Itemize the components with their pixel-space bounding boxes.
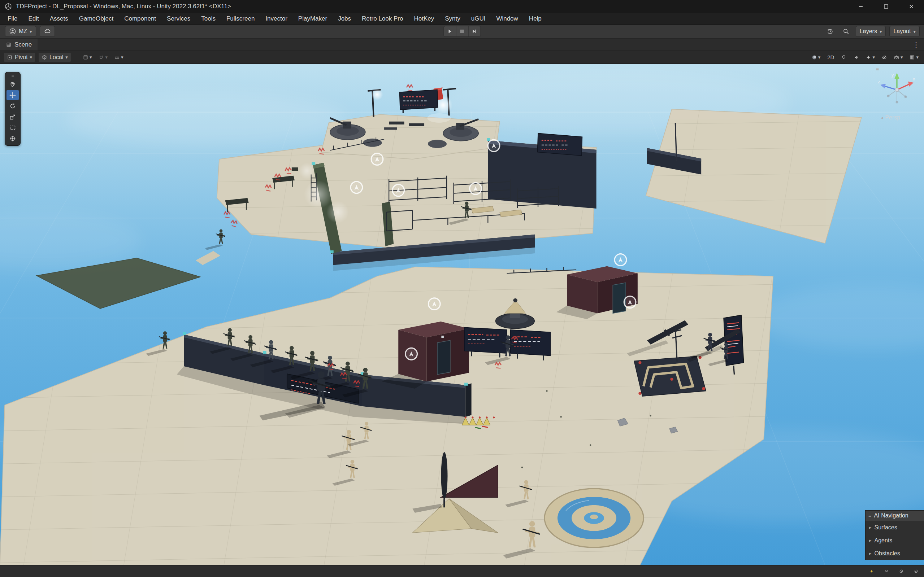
axis-y-label[interactable]: y [892, 72, 894, 77]
menu-item-invector[interactable]: Invector [260, 13, 292, 24]
grid-snap-toggle[interactable]: ▾ [81, 52, 94, 62]
scene-audio-toggle[interactable] [851, 52, 861, 62]
chevron-down-icon: ▾ [105, 55, 108, 60]
ai-nav-item-surfaces[interactable]: ▸ Surfaces [866, 521, 924, 534]
chevron-down-icon: ▾ [872, 55, 875, 60]
tools-overlay: ≡ [5, 72, 21, 146]
close-button[interactable] [899, 0, 924, 13]
scene-visibility-toggle[interactable] [880, 52, 889, 62]
menu-item-assets[interactable]: Assets [44, 13, 74, 24]
notification-button[interactable] [867, 566, 876, 577]
scene-tab-icon [6, 42, 11, 48]
menu-item-playmaker[interactable]: PlayMaker [293, 13, 333, 24]
menu-item-tools[interactable]: Tools [196, 13, 221, 24]
menu-item-fullscreen[interactable]: Fullscreen [221, 13, 260, 24]
layout-label: Layout [893, 28, 911, 35]
axis-x-label[interactable]: x [913, 76, 915, 82]
cloud-icon [44, 28, 51, 35]
snap-increment-dropdown[interactable]: ▾ [112, 52, 125, 62]
layout-dropdown[interactable]: Layout ▾ [889, 26, 920, 37]
handle-space-dropdown[interactable]: Local ▾ [38, 52, 71, 62]
maze-pad[interactable] [634, 356, 706, 396]
orientation-gizmo[interactable]: y x z [877, 68, 917, 110]
minimize-button[interactable] [848, 0, 874, 13]
move-icon [9, 92, 16, 99]
ai-navigation-header[interactable]: ≡ AI Navigation [866, 511, 924, 521]
menu-item-ugui[interactable]: uGUI [466, 13, 491, 24]
ai-nav-item-label: Surfaces [874, 524, 897, 531]
search-button[interactable] [840, 26, 852, 37]
tool-move[interactable] [6, 90, 19, 100]
tool-scale[interactable] [6, 111, 19, 122]
layers-label: Layers [860, 28, 877, 35]
tab-overflow-menu[interactable]: ⋮ [913, 40, 920, 49]
tab-scene[interactable]: Scene [0, 39, 37, 50]
window-controls [848, 0, 924, 13]
ban-icon [899, 567, 903, 575]
menu-item-gameobject[interactable]: GameObject [74, 13, 119, 24]
title-bar: TDFProject - DL_Proposal - Windows, Mac,… [0, 0, 924, 13]
chevron-down-icon: ▾ [30, 29, 32, 34]
pivot-icon [7, 55, 13, 60]
pause-button[interactable] [456, 26, 468, 37]
unity-logo-icon [4, 3, 12, 10]
projection-label: Persp [885, 114, 901, 121]
layers-dropdown[interactable]: Layers ▾ [856, 26, 886, 37]
tool-rotate[interactable] [6, 101, 19, 111]
main-toolbar: MZ ▾ Layers ▾ Layout ▾ [0, 25, 924, 39]
ai-nav-item-label: Obstacles [874, 550, 900, 557]
snap-toggle[interactable]: ▾ [96, 52, 110, 62]
grid-icon [909, 55, 915, 60]
draw-mode-dropdown[interactable]: ▾ [809, 52, 822, 62]
account-dropdown[interactable]: MZ ▾ [5, 26, 36, 37]
tool-transform[interactable] [6, 133, 19, 143]
scene-viewport[interactable]: ≡ ≡ y x z ◂Persp [0, 64, 924, 565]
cloud-services-button[interactable] [40, 26, 55, 37]
check-circle-icon [914, 567, 918, 575]
menu-item-synty[interactable]: Synty [439, 13, 466, 24]
menu-item-hotkey[interactable]: HotKey [409, 13, 439, 24]
scene-canvas[interactable] [0, 64, 924, 565]
maximize-button[interactable] [874, 0, 899, 13]
menu-item-window[interactable]: Window [491, 13, 523, 24]
ai-nav-item-agents[interactable]: ▸ Agents [866, 534, 924, 547]
ai-navigation-title: AI Navigation [874, 513, 908, 519]
pivot-label: Pivot [15, 54, 28, 61]
pivot-mode-dropdown[interactable]: Pivot ▾ [3, 52, 36, 62]
effects-dropdown[interactable]: ▾ [864, 52, 877, 62]
snap-increment-icon [114, 55, 120, 60]
history-icon [827, 28, 834, 35]
menu-item-help[interactable]: Help [523, 13, 547, 24]
toggle-2d-button[interactable]: 2D [825, 52, 836, 62]
play-button[interactable] [443, 26, 456, 37]
scene-lighting-toggle[interactable] [839, 52, 848, 62]
axis-z-label[interactable]: z [878, 79, 880, 84]
compound-sign[interactable] [537, 133, 582, 156]
overlay-grip[interactable]: ≡ [5, 73, 20, 79]
ai-nav-item-obstacles[interactable]: ▸ Obstacles [866, 547, 924, 560]
unity-editor-window: TDFProject - DL_Proposal - Windows, Mac,… [0, 0, 924, 577]
menu-item-edit[interactable]: Edit [23, 13, 44, 24]
close-icon [908, 3, 915, 10]
background-tasks-button[interactable] [912, 566, 921, 577]
chevron-down-icon: ▾ [913, 29, 916, 34]
menu-item-services[interactable]: Services [162, 13, 196, 24]
menu-item-file[interactable]: File [2, 13, 23, 24]
undo-history-button[interactable] [824, 26, 836, 37]
pause-icon [459, 28, 466, 35]
ai-navigation-overlay: ≡ AI Navigation ▸ Surfaces ▸ Agents ▸ Ob… [865, 510, 924, 560]
rotate-icon [9, 103, 16, 110]
step-button[interactable] [468, 26, 481, 37]
tool-rect[interactable] [6, 122, 19, 133]
camera-settings-dropdown[interactable]: ▾ [892, 52, 905, 62]
menu-item-component[interactable]: Component [119, 13, 162, 24]
maroon-room-east[interactable] [556, 266, 638, 319]
fountain[interactable] [544, 488, 643, 547]
projection-toggle[interactable]: ◂Persp [871, 114, 910, 121]
cache-server-button[interactable] [882, 566, 891, 577]
menu-item-retro-look-pro[interactable]: Retro Look Pro [356, 13, 409, 24]
tool-hand[interactable] [6, 79, 19, 90]
menu-item-jobs[interactable]: Jobs [333, 13, 356, 24]
grid-visibility-dropdown[interactable]: ▾ [907, 52, 921, 62]
collab-disabled-button[interactable] [897, 566, 906, 577]
